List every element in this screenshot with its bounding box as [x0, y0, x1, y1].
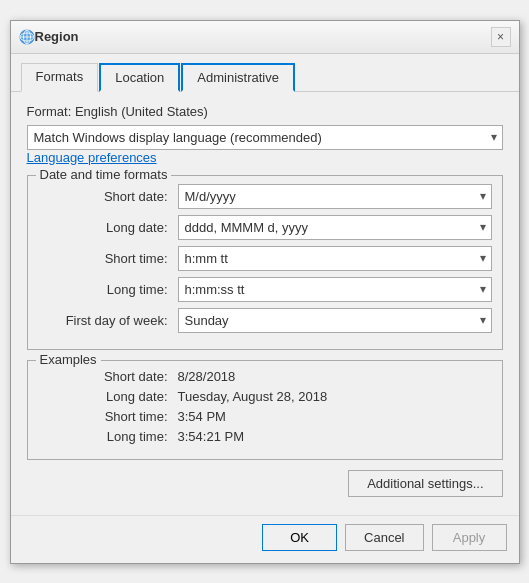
first-day-row: First day of week: Sunday	[38, 308, 492, 333]
long-time-dropdown[interactable]: h:mm:ss tt	[178, 277, 492, 302]
examples-group-label: Examples	[36, 352, 101, 367]
long-date-dropdown-wrap: dddd, MMMM d, yyyy	[178, 215, 492, 240]
short-time-row: Short time: h:mm tt	[38, 246, 492, 271]
globe-icon	[19, 29, 35, 45]
example-short-time-value: 3:54 PM	[178, 409, 226, 424]
cancel-button[interactable]: Cancel	[345, 524, 423, 551]
short-date-label: Short date:	[38, 189, 178, 204]
short-date-dropdown[interactable]: M/d/yyyy	[178, 184, 492, 209]
short-time-dropdown[interactable]: h:mm tt	[178, 246, 492, 271]
example-long-time-value: 3:54:21 PM	[178, 429, 245, 444]
bottom-bar: OK Cancel Apply	[11, 515, 519, 563]
main-content: Format: English (United States) Match Wi…	[11, 91, 519, 515]
example-long-time-row: Long time: 3:54:21 PM	[38, 429, 492, 444]
example-short-date-value: 8/28/2018	[178, 369, 236, 384]
example-short-date-label: Short date:	[38, 369, 178, 384]
short-date-row: Short date: M/d/yyyy	[38, 184, 492, 209]
apply-button[interactable]: Apply	[432, 524, 507, 551]
example-long-date-row: Long date: Tuesday, August 28, 2018	[38, 389, 492, 404]
additional-settings-button[interactable]: Additional settings...	[348, 470, 502, 497]
short-date-dropdown-wrap: M/d/yyyy	[178, 184, 492, 209]
long-time-dropdown-wrap: h:mm:ss tt	[178, 277, 492, 302]
ok-button[interactable]: OK	[262, 524, 337, 551]
long-time-label: Long time:	[38, 282, 178, 297]
short-time-label: Short time:	[38, 251, 178, 266]
long-date-row: Long date: dddd, MMMM d, yyyy	[38, 215, 492, 240]
region-dialog: Region × Formats Location Administrative…	[10, 20, 520, 564]
example-long-time-label: Long time:	[38, 429, 178, 444]
tab-bar: Formats Location Administrative	[11, 54, 519, 91]
first-day-label: First day of week:	[38, 313, 178, 328]
language-preferences-link[interactable]: Language preferences	[27, 150, 157, 165]
short-time-dropdown-wrap: h:mm tt	[178, 246, 492, 271]
examples-group: Examples Short date: 8/28/2018 Long date…	[27, 360, 503, 460]
date-time-group-label: Date and time formats	[36, 167, 172, 182]
tab-formats[interactable]: Formats	[21, 63, 99, 92]
example-long-date-label: Long date:	[38, 389, 178, 404]
first-day-dropdown[interactable]: Sunday	[178, 308, 492, 333]
long-time-row: Long time: h:mm:ss tt	[38, 277, 492, 302]
long-date-label: Long date:	[38, 220, 178, 235]
format-label: Format: English (United States)	[27, 104, 503, 119]
format-dropdown-wrap: Match Windows display language (recommen…	[27, 125, 503, 150]
example-short-time-row: Short time: 3:54 PM	[38, 409, 492, 424]
additional-settings-row: Additional settings...	[27, 470, 503, 497]
format-dropdown[interactable]: Match Windows display language (recommen…	[27, 125, 503, 150]
tab-administrative[interactable]: Administrative	[181, 63, 295, 92]
example-long-date-value: Tuesday, August 28, 2018	[178, 389, 328, 404]
date-time-group: Date and time formats Short date: M/d/yy…	[27, 175, 503, 350]
window-title: Region	[35, 29, 491, 44]
title-bar: Region ×	[11, 21, 519, 54]
tab-location[interactable]: Location	[99, 63, 180, 92]
close-button[interactable]: ×	[491, 27, 511, 47]
long-date-dropdown[interactable]: dddd, MMMM d, yyyy	[178, 215, 492, 240]
example-short-date-row: Short date: 8/28/2018	[38, 369, 492, 384]
example-short-time-label: Short time:	[38, 409, 178, 424]
first-day-dropdown-wrap: Sunday	[178, 308, 492, 333]
